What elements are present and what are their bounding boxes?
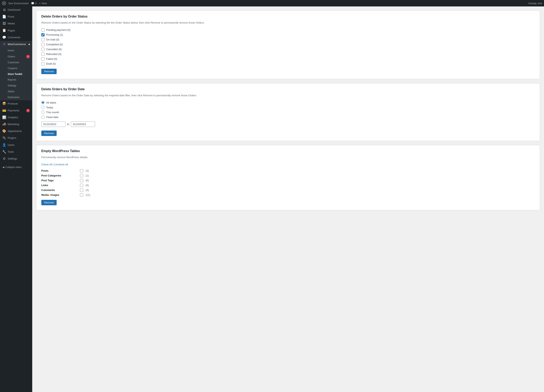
appearance-icon: 🎨 bbox=[2, 129, 6, 133]
date-this-month-radio[interactable] bbox=[41, 111, 45, 114]
sidebar-item-woo-home[interactable]: Home bbox=[0, 48, 32, 53]
delete-by-date-title: Delete Orders by Order Date bbox=[41, 88, 535, 91]
pages-icon: 📋 bbox=[2, 29, 6, 32]
posts-icon: 📄 bbox=[2, 15, 6, 18]
media-icon: 🖼 bbox=[2, 22, 6, 25]
status-processing-checkbox[interactable] bbox=[41, 33, 45, 36]
sidebar-item-plugins[interactable]: 🔌 Plugins bbox=[0, 135, 32, 141]
separator: | bbox=[53, 163, 54, 166]
table-row-media-images: Media: Images (11) bbox=[41, 193, 535, 197]
status-failed-checkbox[interactable] bbox=[41, 57, 45, 61]
status-draft-checkbox[interactable] bbox=[41, 62, 45, 65]
plugins-icon: 🔌 bbox=[2, 136, 6, 140]
links-checkbox[interactable] bbox=[80, 184, 83, 187]
posts-checkbox[interactable] bbox=[80, 169, 83, 172]
sidebar-item-appearance[interactable]: 🎨 Appearance bbox=[0, 128, 32, 135]
media-images-checkbox[interactable] bbox=[80, 193, 83, 197]
sidebar-item-marketing[interactable]: 📣 Marketing bbox=[0, 121, 32, 128]
table-row-posts: Posts (2) bbox=[41, 169, 535, 172]
delete-by-date-remove-button[interactable]: Remove bbox=[41, 130, 57, 136]
check-all-row: Check All | Uncheck All bbox=[41, 163, 535, 166]
sidebar-item-woocommerce[interactable]: W WooCommerce ◀ bbox=[0, 41, 32, 48]
sidebar-item-analytics[interactable]: 📊 Analytics bbox=[0, 114, 32, 121]
status-draft-item: Draft (0) bbox=[41, 62, 535, 65]
payments-badge: 1 bbox=[26, 109, 30, 112]
post-categories-checkbox[interactable] bbox=[80, 174, 83, 177]
sidebar-item-woo-orders[interactable]: Orders 1 bbox=[0, 53, 32, 60]
sidebar-item-woo-settings[interactable]: Settings bbox=[0, 83, 32, 89]
status-onhold-item: On hold (0) bbox=[41, 38, 535, 41]
woocommerce-arrow-icon: ◀ bbox=[28, 43, 30, 46]
sidebar-item-woo-storetoolkit[interactable]: Store Toolkit bbox=[0, 71, 32, 77]
date-today-radio[interactable] bbox=[41, 106, 45, 109]
admin-bar: W Dev Environment 💬 0 + New Howdy, test bbox=[0, 0, 544, 6]
comment-bubble-icon: 💬 bbox=[31, 2, 34, 5]
wordpress-logo-icon: W bbox=[2, 1, 6, 5]
post-tags-checkbox[interactable] bbox=[80, 179, 83, 182]
comments-icon: 💬 bbox=[2, 36, 6, 39]
date-from-input[interactable]: 31/10/2023 bbox=[41, 122, 65, 127]
sidebar-item-dashboard[interactable]: ⊞ Dashboard bbox=[0, 6, 32, 13]
delete-by-date-desc: Remove Orders based on the Order Date by… bbox=[41, 94, 535, 98]
empty-tables-title: Empty WordPress Tables bbox=[41, 149, 535, 153]
analytics-icon: 📊 bbox=[2, 116, 6, 119]
sidebar-item-tools[interactable]: 🔧 Tools bbox=[0, 148, 32, 155]
status-cancelled-label: Cancelled (0) bbox=[46, 48, 62, 51]
status-completed-checkbox[interactable] bbox=[41, 43, 45, 46]
status-refunded-item: Refunded (0) bbox=[41, 53, 535, 56]
status-failed-item: Failed (0) bbox=[41, 57, 535, 61]
svg-text:W: W bbox=[3, 2, 5, 4]
date-this-month-item: This month bbox=[41, 111, 535, 114]
status-failed-label: Failed (0) bbox=[46, 57, 57, 60]
comments-checkbox[interactable] bbox=[80, 188, 83, 192]
table-row-links: Links (0) bbox=[41, 184, 535, 187]
sidebar-item-settings[interactable]: ⚙ Settings bbox=[0, 155, 32, 162]
status-draft-label: Draft (0) bbox=[46, 62, 56, 65]
sidebar-item-woo-extensions[interactable]: Extensions bbox=[0, 94, 32, 100]
date-today-label: Today bbox=[46, 106, 53, 109]
new-content-link[interactable]: + New bbox=[39, 2, 47, 5]
site-name[interactable]: Dev Environment bbox=[8, 2, 29, 5]
tools-icon: 🔧 bbox=[2, 150, 6, 154]
sidebar-item-comments[interactable]: 💬 Comments bbox=[0, 34, 32, 41]
sidebar-item-users[interactable]: 👤 Users bbox=[0, 142, 32, 148]
status-pending-item: Pending payment (0) bbox=[41, 28, 535, 32]
delete-by-status-remove-button[interactable]: Remove bbox=[41, 69, 57, 74]
date-this-month-label: This month bbox=[46, 111, 59, 114]
empty-tables-remove-button[interactable]: Remove bbox=[41, 200, 57, 205]
sidebar-item-payments[interactable]: 💳 Payments 1 bbox=[0, 107, 32, 114]
collapse-icon: ◀ bbox=[2, 166, 4, 169]
woocommerce-submenu: Home Orders 1 Customers Coupons Store To… bbox=[0, 48, 32, 100]
date-all-dates-radio[interactable] bbox=[41, 101, 45, 104]
delete-by-status-card: Delete Orders by Order Status Remove Ord… bbox=[36, 11, 540, 79]
settings-icon: ⚙ bbox=[2, 157, 6, 161]
status-onhold-checkbox[interactable] bbox=[41, 38, 45, 41]
table-row-post-categories: Post Categories (1) bbox=[41, 174, 535, 177]
empty-tables-card: Empty WordPress Tables Permanently remov… bbox=[36, 145, 540, 210]
date-to-input[interactable]: 31/10/2023 bbox=[71, 122, 95, 127]
uncheck-all-link[interactable]: Uncheck All bbox=[54, 163, 68, 166]
date-fixed-date-radio[interactable] bbox=[41, 115, 45, 119]
status-pending-checkbox[interactable] bbox=[41, 28, 45, 32]
check-all-link[interactable]: Check All bbox=[41, 163, 52, 166]
collapse-menu-button[interactable]: ◀ Collapse menu bbox=[0, 164, 32, 170]
status-completed-label: Completed (0) bbox=[46, 43, 63, 46]
sidebar-item-pages[interactable]: 📋 Pages bbox=[0, 27, 32, 34]
products-icon: 📦 bbox=[2, 102, 6, 105]
woocommerce-icon: W bbox=[2, 42, 6, 46]
sidebar-item-woo-reports[interactable]: Reports bbox=[0, 77, 32, 83]
marketing-icon: 📣 bbox=[2, 123, 6, 126]
sidebar-item-media[interactable]: 🖼 Media bbox=[0, 20, 32, 27]
sidebar-item-woo-coupons[interactable]: Coupons bbox=[0, 65, 32, 71]
dashboard-icon: ⊞ bbox=[2, 8, 6, 12]
date-all-dates-label: All dates bbox=[46, 101, 56, 104]
sidebar-item-products[interactable]: 📦 Products bbox=[0, 100, 32, 107]
table-row-comments: Comments (3) bbox=[41, 188, 535, 192]
sidebar-item-woo-status[interactable]: Status bbox=[0, 89, 32, 94]
status-cancelled-checkbox[interactable] bbox=[41, 48, 45, 51]
sidebar-item-posts[interactable]: 📄 Posts bbox=[0, 13, 32, 20]
status-refunded-checkbox[interactable] bbox=[41, 53, 45, 56]
empty-tables-desc: Permanently remove WordPress details. bbox=[41, 155, 535, 159]
sidebar-item-woo-customers[interactable]: Customers bbox=[0, 60, 32, 65]
comments-link[interactable]: 💬 0 bbox=[31, 2, 37, 5]
